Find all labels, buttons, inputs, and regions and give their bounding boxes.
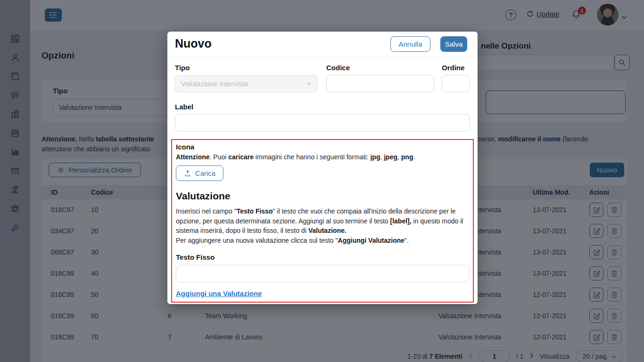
testo-fisso-label: Testo Fisso (176, 253, 469, 261)
valutazione-description: Inserisci nel campo "Testo Fisso" il tes… (176, 206, 469, 245)
ordine-label: Ordine (442, 64, 464, 72)
ordine-input[interactable] (442, 75, 470, 92)
modal-title: Nuovo (175, 37, 212, 50)
tipo-select-disabled[interactable]: Valutazione Intervista (175, 75, 318, 92)
codice-input[interactable] (326, 75, 434, 92)
chevron-down-icon (306, 82, 312, 85)
nuovo-modal: Nuovo Annulla Salva Tipo Valutazione Int… (167, 32, 478, 304)
upload-icon (184, 170, 191, 177)
codice-label: Codice (326, 64, 350, 72)
tipo-label: Tipo (175, 64, 190, 72)
annulla-button[interactable]: Annulla (390, 36, 430, 52)
salva-button[interactable]: Salva (440, 36, 467, 52)
icona-heading: Icona (176, 143, 469, 151)
app-root: ? Update 1 Opzioni nelle Opzioni Tipo Va… (0, 0, 644, 362)
divider (167, 57, 478, 58)
label-input[interactable] (175, 114, 470, 132)
carica-button[interactable]: Carica (176, 165, 223, 181)
aggiungi-valutazione-link[interactable]: Aggiungi una Valutazione (176, 289, 262, 297)
label-label: Label (175, 103, 193, 111)
highlighted-section: Icona Attenzione. Puoi caricare immagini… (171, 139, 474, 303)
icona-attention-text: Attenzione. Puoi caricare immagini che h… (176, 153, 469, 161)
valutazione-heading: Valutazione (176, 190, 469, 202)
testo-fisso-input[interactable] (176, 265, 469, 282)
